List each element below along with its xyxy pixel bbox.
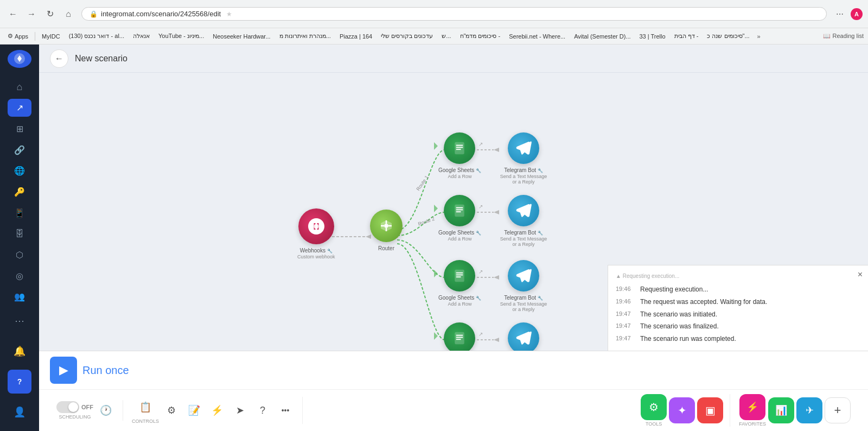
settings-btn[interactable]: ⚙	[161, 400, 182, 421]
log-entry: 19:47The scenario run was completed.	[616, 333, 860, 345]
telegram-node-3[interactable]: Telegram Bot 🔧 Send a Text Message or a …	[499, 260, 548, 312]
svg-marker-17	[434, 142, 438, 150]
router-node[interactable]: Router	[370, 210, 403, 252]
logo-button[interactable]	[8, 50, 31, 68]
nav-home-btn[interactable]: ⌂	[61, 7, 76, 22]
bookmark-tunnels[interactable]: מנהרת ואיתרונות מ...	[276, 31, 334, 41]
sidebar-item-datastore[interactable]: 🗄	[8, 225, 31, 243]
back-button[interactable]: ←	[50, 49, 68, 68]
toggle-track[interactable]	[56, 401, 79, 413]
log-time: 19:46	[616, 285, 635, 294]
svg-rect-29	[456, 145, 463, 146]
router-label: Router	[378, 245, 394, 252]
sheets-sublabel-1: Add a Row	[448, 174, 471, 179]
add-fav-btn[interactable]: +	[825, 397, 851, 423]
extensions-btn[interactable]: ⋯	[832, 7, 847, 22]
tools-wrap: ⚙ TOOLS	[641, 394, 667, 427]
log-text: Requesting execution...	[640, 285, 708, 294]
sidebar-item-team[interactable]: 👥	[8, 288, 31, 306]
sidebar-item-apps[interactable]: ⊞	[8, 120, 31, 138]
bookmark-piazza[interactable]: Piazza | 164	[336, 32, 375, 41]
scenarios-icon: ↗	[16, 103, 23, 113]
url-text: integromat.com/scenario/2425568/edit	[101, 10, 221, 18]
telegram-node-4[interactable]: Telegram Bot 🔧 Send a Text Message or a …	[499, 322, 548, 351]
sidebar-item-keys[interactable]: 🔑	[8, 183, 31, 201]
address-bar[interactable]: 🔒 integromat.com/scenario/2425568/edit ★	[81, 7, 827, 21]
nav-back-btn[interactable]: ←	[5, 7, 21, 22]
more-wrap: •••	[275, 400, 296, 421]
help-toolbar-btn[interactable]: ?	[252, 400, 273, 421]
bookmark-trello[interactable]: 33 | Trello	[636, 32, 669, 41]
controls-btn[interactable]: 📋	[135, 397, 156, 417]
favorites-label: FAVORITES	[739, 421, 766, 427]
svg-rect-39	[456, 276, 461, 277]
webhooks-node[interactable]: Webhooks 🔧 Custom webhook	[297, 208, 335, 259]
bookmark-avital[interactable]: Avital (Semester D)...	[571, 32, 634, 41]
bookmark-myidc[interactable]: MyIDC	[39, 32, 63, 41]
align-btn[interactable]: ⚡	[207, 400, 227, 421]
bookmark-summaries1[interactable]: סיכומים מדמ"ח -	[457, 31, 504, 41]
log-close-button[interactable]: ×	[858, 270, 863, 280]
sidebar-item-scenarios[interactable]: ↗	[8, 99, 31, 117]
telegram-icon-2	[515, 202, 532, 219]
log-time: 19:47	[616, 322, 635, 331]
bookmark-updates[interactable]: עדכונים בקורסים שלי	[378, 31, 436, 41]
bookmark-homepage[interactable]: דף הבית -	[671, 31, 702, 41]
svg-marker-20	[434, 332, 438, 340]
sidebar-item-webhooks-nav[interactable]: 🌐	[8, 162, 31, 180]
sidebar-item-devices[interactable]: 📱	[8, 204, 31, 222]
canvas-area[interactable]: Route 1 Route 2 ↗ ↗	[39, 73, 868, 351]
bookmark-gmail[interactable]: דואר נכנס (130) - al...	[66, 31, 127, 41]
telegram-node-2[interactable]: Telegram Bot 🔧 Send a Text Message or a …	[499, 195, 548, 247]
home-icon: ⌂	[17, 81, 23, 93]
browser-nav[interactable]: ← → ↻ ⌂	[5, 7, 76, 22]
sheets-node-1[interactable]: Google Sheets 🔧 Add a Row	[438, 132, 481, 179]
devices-icon: 📱	[14, 208, 25, 218]
nav-forward-btn[interactable]: →	[24, 7, 39, 22]
bookmark-summaries2[interactable]: סיכומים שנה כ"...	[704, 31, 752, 41]
run-once-button[interactable]: ▶ Run once	[50, 357, 129, 384]
sidebar-item-3d[interactable]: ⬡	[8, 246, 31, 264]
sidebar-item-more[interactable]: ⋯	[8, 309, 31, 333]
scheduling-toggle[interactable]: OFF	[56, 401, 93, 413]
webhooks-fav-btn[interactable]: ⚡	[739, 394, 765, 420]
bookmark-neoseeker[interactable]: Neoseeker Hardwar...	[209, 32, 273, 41]
profile-avatar[interactable]: A	[851, 8, 863, 20]
sheets-node-4[interactable]: Google Sheets 🔧 Add a Row	[438, 322, 481, 351]
red-fav-btn[interactable]: ▣	[697, 397, 723, 423]
log-time: 19:47	[616, 334, 635, 344]
clock-button[interactable]: 🕐	[95, 400, 116, 421]
telegram-fav-btn[interactable]: ✈	[796, 397, 822, 423]
sidebar-item-home[interactable]: ⌂	[8, 78, 31, 96]
bookmarks-more[interactable]: »	[755, 32, 763, 41]
log-time: 19:46	[616, 297, 635, 307]
sheets-icon-4	[451, 330, 468, 346]
telegram-node-1[interactable]: Telegram Bot 🔧 Send a Text Message or a …	[499, 132, 548, 185]
sidebar-item-profile[interactable]: 👤	[8, 400, 31, 424]
svg-marker-8	[494, 210, 499, 214]
puzzle-fav-wrap: ✦	[669, 397, 695, 423]
sheets-label-1: Google Sheets 🔧	[438, 167, 481, 174]
bookmark-youtube[interactable]: YouTube - מיניונ...	[155, 31, 207, 41]
svg-rect-35	[456, 211, 461, 212]
bookmark-serebii[interactable]: Serebii.net - Where...	[506, 32, 569, 41]
sheets-fav-btn[interactable]: 📊	[768, 397, 794, 423]
puzzle-fav-btn[interactable]: ✦	[669, 397, 695, 423]
bookmark-analah[interactable]: אנאלה	[130, 31, 153, 41]
sidebar-item-notifications[interactable]: 🔔	[8, 339, 31, 363]
tools-btn[interactable]: ⚙	[641, 394, 667, 420]
sheets-node-2[interactable]: Google Sheets 🔧 Add a Row	[438, 195, 481, 242]
bookmark-sh[interactable]: ש...	[438, 31, 454, 41]
sidebar-item-flow[interactable]: ◎	[8, 267, 31, 285]
flow-btn[interactable]: ➤	[229, 400, 250, 421]
sidebar-item-help[interactable]: ?	[8, 370, 31, 394]
note-btn[interactable]: 📝	[184, 400, 205, 421]
sheets-node-3[interactable]: Google Sheets 🔧 Add a Row	[438, 260, 481, 307]
more-btn[interactable]: •••	[275, 400, 296, 421]
play-button[interactable]: ▶	[50, 357, 77, 384]
svg-rect-31	[456, 149, 461, 150]
nav-refresh-btn[interactable]: ↻	[42, 7, 58, 22]
bookmark-apps[interactable]: ⚙ Apps	[4, 31, 31, 41]
reading-list[interactable]: 📖 Reading list	[823, 33, 864, 40]
sidebar-item-connections[interactable]: 🔗	[8, 141, 31, 159]
